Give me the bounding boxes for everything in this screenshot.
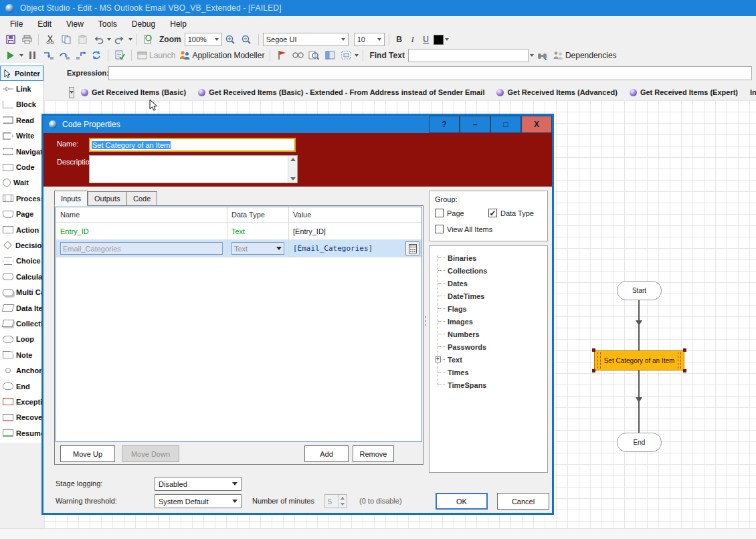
step-over-button[interactable] bbox=[57, 48, 72, 62]
tree-item-flags[interactable]: Flags bbox=[430, 302, 547, 315]
add-button[interactable]: Add bbox=[304, 445, 349, 462]
menu-tools[interactable]: Tools bbox=[91, 17, 124, 31]
tree-item-datetimes[interactable]: DateTimes bbox=[430, 290, 547, 302]
expression-editor-button[interactable] bbox=[405, 241, 419, 255]
tool-process[interactable]: Process bbox=[0, 191, 43, 206]
view-dropdown-icon[interactable] bbox=[355, 54, 359, 57]
tool-choice[interactable]: Choice bbox=[0, 253, 43, 269]
spinner-up-icon[interactable] bbox=[339, 495, 347, 502]
menu-help[interactable]: Help bbox=[163, 17, 194, 31]
tree-item-collections[interactable]: Collections bbox=[430, 264, 547, 277]
menu-edit[interactable]: Edit bbox=[30, 17, 59, 31]
tool-collection[interactable]: Collection bbox=[0, 316, 43, 331]
maximize-button[interactable]: □ bbox=[490, 116, 521, 133]
tool-decision[interactable]: Decision bbox=[0, 237, 43, 253]
tool-pointer[interactable]: Pointer bbox=[0, 66, 43, 81]
tool-calculate[interactable]: Calculate bbox=[0, 269, 43, 284]
ok-button[interactable]: OK bbox=[436, 493, 488, 510]
tool-resume[interactable]: Resume bbox=[0, 425, 43, 441]
zoom-level-combobox[interactable]: 100% bbox=[185, 33, 222, 46]
expression-input[interactable] bbox=[108, 66, 752, 80]
run-dropdown-icon[interactable] bbox=[19, 54, 23, 57]
tool-anchor[interactable]: Anchor bbox=[0, 362, 43, 378]
step-into-button[interactable] bbox=[41, 48, 56, 62]
application-modeller-button[interactable]: Application Modeller bbox=[178, 48, 266, 62]
minimize-button[interactable]: – bbox=[460, 116, 490, 133]
tree-item-binaries[interactable]: Binaries bbox=[430, 251, 547, 264]
tree-item-passwords[interactable]: Passwords bbox=[430, 340, 547, 353]
redo-button[interactable] bbox=[112, 33, 127, 47]
tool-block[interactable]: Block bbox=[0, 97, 43, 112]
description-scrollbar[interactable] bbox=[288, 156, 297, 183]
scroll-up-icon[interactable] bbox=[290, 156, 296, 163]
tree-item-timespans[interactable]: TimeSpans bbox=[430, 379, 547, 391]
selection-handle[interactable] bbox=[683, 348, 686, 352]
page-tab-get-received-basic-extended[interactable]: Get Received Items (Basic) - Extended - … bbox=[193, 86, 490, 99]
panel-view-button[interactable] bbox=[322, 48, 337, 62]
warning-threshold-combobox[interactable]: System Default bbox=[155, 494, 242, 508]
zoom-in-button[interactable] bbox=[223, 33, 238, 47]
find-text-dropdown-icon[interactable] bbox=[530, 54, 534, 57]
copy-button[interactable] bbox=[59, 33, 74, 47]
font-name-combobox[interactable]: Segoe UI bbox=[263, 33, 349, 46]
print-button[interactable] bbox=[19, 33, 34, 47]
tree-item-images[interactable]: Images bbox=[430, 315, 547, 328]
tool-note[interactable]: Note bbox=[0, 347, 43, 362]
page-tab-get-received-expert[interactable]: Get Received Items (Expert) bbox=[624, 86, 743, 99]
spinner-down-icon[interactable] bbox=[339, 502, 347, 508]
menu-debug[interactable]: Debug bbox=[124, 17, 163, 31]
tool-link[interactable]: Link bbox=[0, 81, 43, 96]
tool-loop[interactable]: Loop bbox=[0, 332, 43, 347]
help-button[interactable]: ? bbox=[429, 116, 460, 133]
bold-button[interactable]: B bbox=[393, 35, 405, 44]
data-type-combobox[interactable]: Text bbox=[231, 242, 284, 255]
selection-handle[interactable] bbox=[592, 348, 595, 352]
page-tab-internal-get-items[interactable]: Internal_Get Items bbox=[745, 86, 756, 99]
splitter-handle[interactable] bbox=[425, 316, 427, 326]
layout-view-button[interactable] bbox=[339, 48, 353, 62]
run-button[interactable] bbox=[3, 48, 18, 62]
tool-recover[interactable]: Recover bbox=[0, 410, 43, 425]
table-row-entry-id[interactable]: Entry_ID Text [Entry_ID] bbox=[56, 223, 421, 240]
undo-dropdown-icon[interactable] bbox=[107, 38, 111, 41]
breakpoint-flag-button[interactable] bbox=[274, 48, 289, 62]
pause-button[interactable] bbox=[25, 48, 39, 62]
font-color-dropdown-icon[interactable] bbox=[445, 38, 449, 41]
description-textarea[interactable] bbox=[89, 155, 298, 183]
tree-expand-icon[interactable]: + bbox=[435, 356, 441, 362]
tool-write[interactable]: Write bbox=[0, 128, 43, 144]
tab-inputs[interactable]: Inputs bbox=[54, 191, 88, 206]
stage-logging-combobox[interactable]: Disabled bbox=[155, 477, 242, 491]
dependencies-button[interactable]: Dependencies bbox=[551, 48, 618, 62]
end-node[interactable]: End bbox=[617, 433, 662, 452]
row-name-editor[interactable]: Email_Categories bbox=[60, 242, 223, 255]
cancel-button[interactable]: Cancel bbox=[497, 493, 549, 510]
header-name[interactable]: Name bbox=[56, 207, 227, 222]
tree-item-times[interactable]: Times bbox=[430, 366, 547, 379]
scroll-down-icon[interactable] bbox=[290, 176, 296, 182]
watch-button[interactable] bbox=[290, 48, 305, 62]
tool-page[interactable]: Page bbox=[0, 207, 43, 222]
find-text-input[interactable] bbox=[408, 49, 529, 62]
cut-button[interactable] bbox=[43, 33, 58, 47]
tool-exception[interactable]: Exception bbox=[0, 394, 43, 409]
search-stages-button[interactable] bbox=[306, 48, 321, 62]
page-tab-get-received-basic[interactable]: Get Received Items (Basic) bbox=[76, 86, 191, 99]
tree-item-text[interactable]: +Text bbox=[430, 353, 547, 366]
selection-handle[interactable] bbox=[683, 369, 686, 372]
name-input[interactable]: Set Category of an Item bbox=[89, 138, 296, 152]
start-node[interactable]: Start bbox=[617, 281, 662, 300]
launch-button[interactable]: Launch bbox=[136, 48, 177, 62]
reset-button[interactable] bbox=[89, 48, 104, 62]
tool-read[interactable]: Read bbox=[0, 112, 43, 128]
save-button[interactable] bbox=[3, 33, 18, 47]
font-color-swatch[interactable] bbox=[434, 35, 444, 45]
paste-button[interactable] bbox=[75, 33, 90, 47]
tool-action[interactable]: Action bbox=[0, 222, 43, 237]
tab-code[interactable]: Code bbox=[126, 191, 157, 206]
table-row-email-categories[interactable]: Email_Categories Text [Email_Categories] bbox=[56, 240, 421, 257]
zoom-out-button[interactable] bbox=[240, 33, 254, 47]
move-down-button[interactable]: Move Down bbox=[122, 445, 179, 462]
header-data-type[interactable]: Data Type bbox=[227, 207, 289, 222]
italic-button[interactable]: I bbox=[407, 35, 419, 45]
